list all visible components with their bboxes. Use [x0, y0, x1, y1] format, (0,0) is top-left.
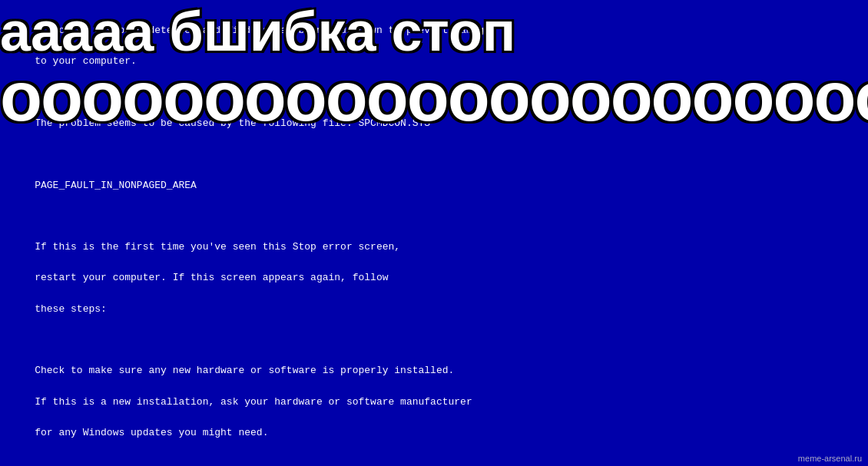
bsod-line8: If this is the first time you've seen th…	[35, 241, 400, 253]
bsod-line10: these steps:	[35, 303, 107, 315]
watermark: meme-arsenal.ru	[798, 454, 862, 463]
bsod-line9: restart your computer. If this screen ap…	[35, 272, 388, 283]
bsod-line13: If this is a new installation, ask your …	[35, 396, 472, 408]
bsod-line12: Check to make sure any new hardware or s…	[35, 365, 454, 376]
bsod-line6: PAGE_FAULT_IN_NONPAGED_AREA	[35, 180, 197, 191]
meme-oooo: оооооооооооооооооооооооооооооооооооооооо	[0, 62, 868, 131]
bsod-line14: for any Windows updates you might need.	[35, 427, 268, 438]
bsod-screen: A problem has been detected and Windows …	[0, 0, 868, 466]
meme-overlay: ааааа бшибка стоп оооооооооооооооооооооо…	[0, 0, 868, 131]
meme-title: ааааа бшибка стоп	[0, 0, 868, 62]
